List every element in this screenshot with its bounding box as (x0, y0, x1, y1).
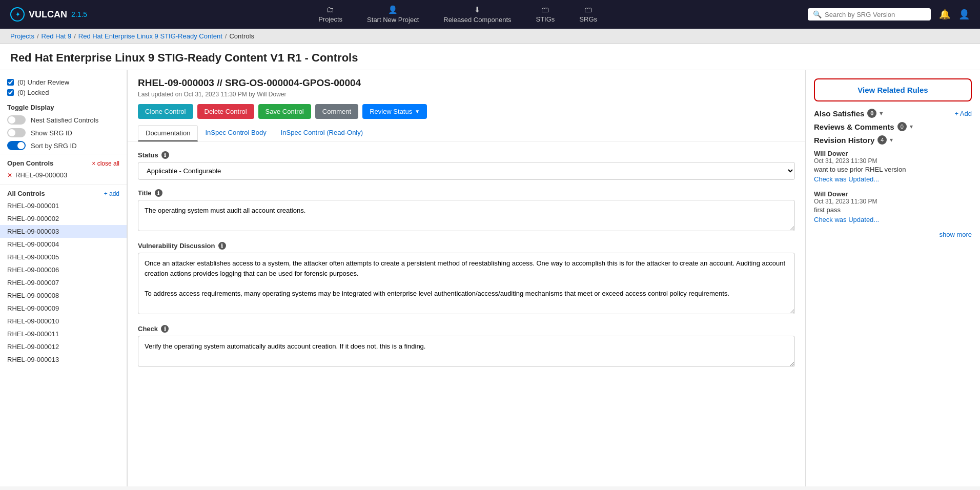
breadcrumb-redhat9[interactable]: Red Hat 9 (42, 32, 72, 40)
revision-date-0: Oct 31, 2023 11:30 PM (814, 157, 972, 165)
tab-documentation[interactable]: Documentation (138, 125, 198, 141)
nav-item-start-new-project[interactable]: 👤 Start New Project (355, 1, 431, 28)
revision-link-1[interactable]: Check was Updated... (814, 216, 879, 223)
vuln-info-icon[interactable]: ℹ (218, 242, 226, 250)
all-controls-header: All Controls + add (0, 188, 127, 199)
also-satisfies-section: Also Satisfies 0 ▾ + Add (814, 109, 972, 118)
toggle-show-srg-id[interactable]: Show SRG ID (7, 128, 119, 137)
vulnerability-label: Vulnerability Discussion ℹ (138, 242, 795, 250)
control-item-7[interactable]: RHEL-09-000008 (0, 289, 127, 302)
control-item-8[interactable]: RHEL-09-000009 (0, 302, 127, 315)
content-area: RHEL-09-000003 // SRG-OS-000004-GPOS-000… (128, 70, 806, 486)
nav-label-stigs: STIGs (536, 15, 555, 23)
start-new-project-icon: 👤 (388, 5, 398, 14)
control-item-10[interactable]: RHEL-09-000011 (0, 328, 127, 340)
revision-author-0: Will Dower (814, 150, 972, 157)
control-item-3[interactable]: RHEL-09-000004 (0, 238, 127, 251)
control-item-1[interactable]: RHEL-09-000002 (0, 212, 127, 225)
right-panel: View Related Rules Also Satisfies 0 ▾ + … (806, 70, 980, 486)
search-icon: 🔍 (813, 10, 822, 18)
review-status-button[interactable]: Review Status ▼ (362, 104, 427, 119)
revision-history-header: Revision History 4 ▾ (814, 135, 972, 145)
control-item-6[interactable]: RHEL-09-000007 (0, 276, 127, 289)
search-box: 🔍 (808, 8, 931, 21)
last-updated: Last updated on Oct 31, 2023 11:30 PM by… (138, 91, 795, 98)
logo[interactable]: ✦ VULCAN 2.1.5 (10, 7, 87, 22)
toggle-nest-label: Nest Satisfied Controls (31, 116, 98, 124)
check-textarea[interactable]: Verify the operating system automaticall… (138, 336, 795, 367)
main-layout: (0) Under Review (0) Locked Toggle Displ… (0, 70, 980, 486)
check-info-icon[interactable]: ℹ (161, 325, 169, 333)
control-item-11[interactable]: RHEL-09-000012 (0, 340, 127, 353)
review-status-chevron: ▼ (415, 109, 420, 114)
control-item-2[interactable]: RHEL-09-000003 (0, 225, 127, 238)
nav-item-srgs[interactable]: 🗃 SRGs (567, 1, 609, 28)
reviews-header: Reviews & Comments 0 ▾ (814, 122, 972, 131)
control-list: RHEL-09-000001 RHEL-09-000002 RHEL-09-00… (0, 199, 127, 366)
add-control-button[interactable]: + add (104, 190, 119, 197)
revision-entry-0: Will Dower Oct 31, 2023 11:30 PM want to… (814, 150, 972, 183)
breadcrumb-sep-1: / (37, 32, 39, 40)
toggle-nest-satisfied[interactable]: Nest Satisfied Controls (7, 115, 119, 125)
content-tabs: Documentation InSpec Control Body InSpec… (138, 125, 795, 141)
view-related-rules-button[interactable]: View Related Rules (814, 78, 972, 101)
logo-icon: ✦ (10, 7, 25, 22)
nav-item-projects[interactable]: 🗂 Projects (306, 1, 355, 28)
control-item-4[interactable]: RHEL-09-000005 (0, 251, 127, 263)
open-control-item-0[interactable]: ✕ RHEL-09-000003 (0, 169, 127, 181)
close-all-button[interactable]: × close all (92, 160, 119, 167)
control-item-9[interactable]: RHEL-09-000010 (0, 315, 127, 328)
logo-version: 2.1.5 (71, 10, 87, 18)
tab-inspec-readonly[interactable]: InSpec Control (Read-Only) (274, 125, 370, 141)
save-control-button[interactable]: Save Control (258, 104, 311, 119)
checkbox-under-review[interactable]: (0) Under Review (7, 78, 119, 86)
breadcrumb-projects[interactable]: Projects (10, 32, 34, 40)
all-controls-title: All Controls (7, 190, 45, 197)
delete-control-button[interactable]: Delete Control (197, 104, 254, 119)
also-satisfies-chevron[interactable]: ▾ (880, 110, 883, 117)
nav-label-srgs: SRGs (579, 15, 597, 23)
status-label: Status ℹ (138, 151, 795, 159)
revision-author-1: Will Dower (814, 190, 972, 198)
status-select[interactable]: Applicable - Configurable (138, 162, 795, 180)
nav-item-stigs[interactable]: 🗃 STIGs (524, 1, 567, 28)
projects-icon: 🗂 (326, 5, 334, 14)
toggle-switch-show-srg[interactable] (7, 128, 26, 137)
status-section: Status ℹ Applicable - Configurable (138, 151, 795, 180)
toggle-sort-srg-label: Sort by SRG ID (31, 142, 77, 150)
user-icon[interactable]: 👤 (958, 9, 970, 20)
toggle-switch-nest[interactable] (7, 115, 26, 125)
vulnerability-textarea[interactable]: Once an attacker establishes access to a… (138, 253, 795, 314)
revision-history-chevron[interactable]: ▾ (890, 136, 893, 144)
released-components-icon: ⬇ (474, 5, 481, 14)
title-textarea[interactable]: The operating system must audit all acco… (138, 200, 795, 231)
search-input[interactable] (825, 11, 926, 18)
control-item-5[interactable]: RHEL-09-000006 (0, 263, 127, 276)
breadcrumb-content[interactable]: Red Hat Enterprise Linux 9 STIG-Ready Co… (78, 32, 222, 40)
also-satisfies-add[interactable]: + Add (954, 110, 972, 117)
status-info-icon[interactable]: ℹ (161, 151, 169, 159)
title-info-icon[interactable]: ℹ (155, 189, 162, 197)
control-id: RHEL-09-000003 // SRG-OS-000004-GPOS-000… (138, 77, 795, 89)
control-item-12[interactable]: RHEL-09-000013 (0, 353, 127, 366)
control-item-0[interactable]: RHEL-09-000001 (0, 199, 127, 212)
clone-control-button[interactable]: Clone Control (138, 104, 193, 119)
bell-icon[interactable]: 🔔 (939, 9, 950, 20)
reviews-chevron[interactable]: ▾ (910, 123, 913, 130)
also-satisfies-title: Also Satisfies 0 ▾ (814, 109, 883, 118)
revision-note-0: want to use prior RHEL version (814, 166, 972, 173)
tab-inspec-body[interactable]: InSpec Control Body (198, 125, 273, 141)
srgs-icon: 🗃 (584, 5, 592, 14)
toggle-switch-sort-srg[interactable] (7, 141, 26, 150)
comment-button[interactable]: Comment (315, 104, 358, 119)
revision-date-1: Oct 31, 2023 11:30 PM (814, 198, 972, 205)
nav-item-released-components[interactable]: ⬇ Released Components (431, 1, 523, 28)
revision-link-0[interactable]: Check was Updated... (814, 175, 879, 183)
show-more-button[interactable]: show more (814, 231, 972, 238)
toggle-sort-srg-id[interactable]: Sort by SRG ID (7, 141, 119, 150)
page-title-area: Red Hat Enterprise Linux 9 STIG-Ready Co… (0, 44, 980, 70)
sidebar-divider-2 (0, 184, 127, 185)
checkbox-locked-label: (0) Locked (17, 89, 49, 96)
revision-history-badge: 4 (877, 135, 887, 145)
checkbox-locked[interactable]: (0) Locked (7, 89, 119, 96)
